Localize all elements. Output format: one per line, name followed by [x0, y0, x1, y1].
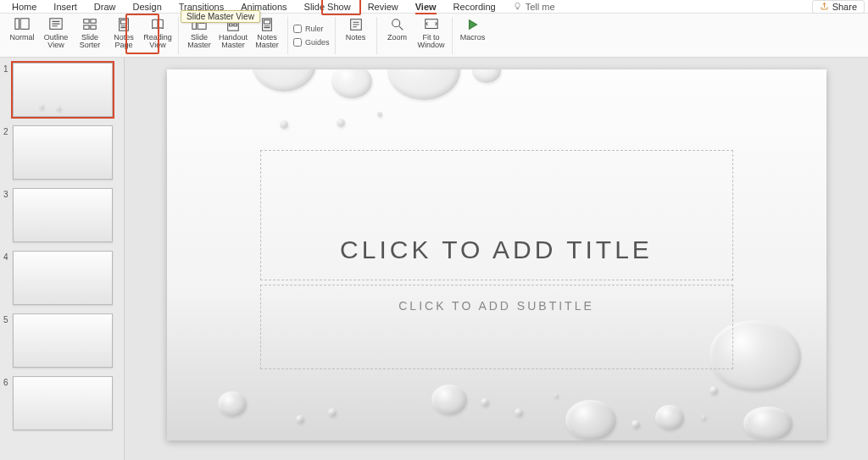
thumb-number: 4 [3, 251, 10, 262]
tab-view[interactable]: View [407, 0, 445, 14]
notes-icon [348, 17, 364, 32]
tab-insert[interactable]: Insert [45, 0, 86, 14]
tab-slideshow[interactable]: Slide Show [296, 0, 359, 14]
group-zoom: Zoom Fit to Window [377, 17, 453, 54]
slide-thumbnail[interactable] [13, 188, 113, 242]
subtitle-placeholder[interactable]: CLICK TO ADD SUBTITLE [260, 285, 733, 369]
tab-recording[interactable]: Recording [445, 0, 504, 14]
tell-me-search[interactable]: Tell me [504, 0, 564, 14]
group-master-views: Slide Master View Slide Master Handout M… [179, 17, 288, 54]
svg-rect-5 [91, 19, 96, 24]
svg-rect-2 [20, 19, 29, 30]
thumb-number: 6 [3, 376, 10, 387]
notes-page-icon [116, 17, 131, 32]
slide-thumbnail[interactable] [13, 251, 113, 305]
notes-master-icon [259, 17, 275, 32]
slide-thumbnail[interactable] [13, 125, 113, 180]
zoom-icon [390, 17, 405, 32]
tab-design[interactable]: Design [125, 0, 170, 14]
reading-view-button[interactable]: Reading View [142, 17, 173, 50]
ribbon-tab-bar: Home Insert Draw Design Transitions Anim… [0, 0, 868, 14]
notes-button[interactable]: Notes [341, 17, 371, 42]
fit-to-window-button[interactable]: Fit to Window [416, 17, 447, 50]
group-show: Ruler Guides [288, 17, 336, 54]
svg-point-0 [515, 3, 520, 8]
group-macros: Macros [453, 17, 493, 54]
slide-thumbnail[interactable] [13, 376, 113, 430]
svg-point-21 [392, 19, 399, 27]
normal-view-button[interactable]: Normal [7, 17, 37, 42]
normal-view-icon [14, 17, 30, 32]
reading-view-icon [150, 17, 165, 32]
thumb-number: 5 [3, 313, 10, 324]
svg-rect-9 [120, 20, 126, 25]
share-button[interactable]: Share [812, 0, 865, 14]
slide-sorter-button[interactable]: Slide Sorter [75, 17, 105, 50]
thumb-number: 1 [3, 63, 10, 74]
fit-window-icon [424, 17, 439, 32]
slide-thumbnail-panel: 1 2 3 4 5 6 [0, 58, 125, 460]
slide-canvas-area: CLICK TO ADD TITLE CLICK TO ADD SUBTITLE [125, 58, 868, 460]
title-placeholder[interactable]: CLICK TO ADD TITLE [260, 150, 733, 280]
svg-rect-1 [15, 19, 19, 30]
ruler-checkbox[interactable]: Ruler [293, 23, 324, 35]
svg-rect-17 [234, 24, 237, 26]
group-presentation-views: Normal Outline View Slide Sorter Notes P… [2, 17, 179, 54]
tab-home[interactable]: Home [3, 0, 45, 14]
slide-sorter-icon [82, 17, 97, 32]
group-notes: Notes [336, 17, 377, 54]
slide-thumbnail[interactable] [13, 313, 113, 368]
thumb-number: 3 [3, 188, 10, 199]
svg-rect-4 [84, 19, 89, 24]
guides-checkbox[interactable]: Guides [293, 36, 330, 48]
share-icon [820, 2, 829, 11]
main-area: 1 2 3 4 5 6 [0, 58, 868, 460]
slide[interactable]: CLICK TO ADD TITLE CLICK TO ADD SUBTITLE [167, 69, 826, 441]
notes-page-button[interactable]: Notes Page [108, 17, 139, 50]
ribbon: Normal Outline View Slide Sorter Notes P… [0, 14, 868, 58]
thumb-number: 2 [3, 125, 10, 136]
macros-button[interactable]: Macros [458, 17, 488, 42]
svg-rect-19 [264, 20, 270, 25]
tab-review[interactable]: Review [359, 0, 407, 14]
outline-view-button[interactable]: Outline View [41, 17, 71, 50]
lightbulb-icon [513, 2, 522, 11]
outline-view-icon [48, 17, 64, 32]
svg-rect-22 [425, 19, 437, 29]
zoom-button[interactable]: Zoom [382, 17, 413, 42]
macros-icon [465, 17, 481, 32]
svg-rect-6 [84, 25, 89, 30]
svg-rect-7 [91, 25, 96, 30]
slide-thumbnail[interactable] [13, 63, 113, 117]
tab-draw[interactable]: Draw [86, 0, 125, 14]
svg-rect-16 [230, 24, 233, 26]
slide-master-tooltip: Slide Master View [181, 10, 260, 23]
